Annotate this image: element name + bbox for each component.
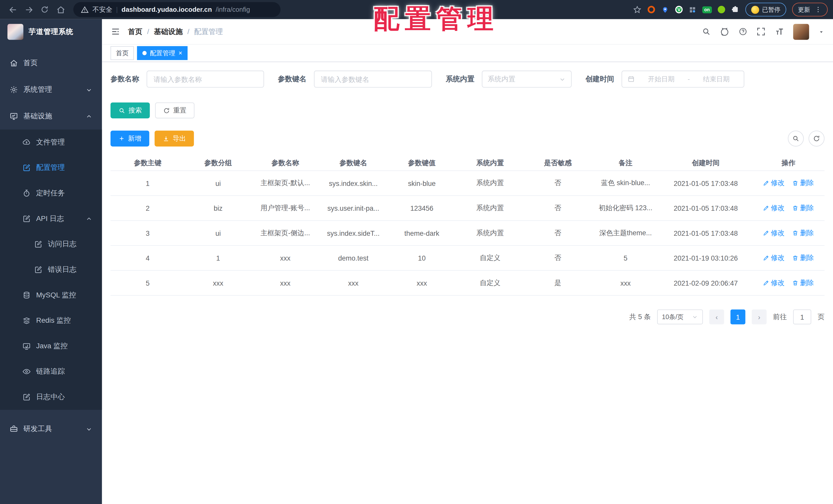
prev-page-button[interactable]: ‹ [709,309,724,324]
github-icon[interactable] [720,27,729,36]
cloud-upload-icon [22,138,31,147]
column-header: 系统内置 [456,158,524,168]
chevron-down-icon [692,314,698,320]
browser-home-button[interactable] [53,2,68,17]
delete-link[interactable]: 删除 [792,178,814,188]
goto-page-input[interactable] [793,309,811,324]
cell-name: xxx [251,254,319,262]
sidebar-item-tracing[interactable]: 链路追踪 [0,359,102,384]
url-host: dashboard.yudao.iocoder.cn [122,6,212,13]
param-name-input[interactable] [147,71,264,87]
edit-link[interactable]: 修改 [763,278,785,288]
edit-link[interactable]: 修改 [763,178,785,188]
breadcrumb-home[interactable]: 首页 [128,27,142,36]
paused-label: 已暂停 [762,6,781,14]
add-button[interactable]: 新增 [111,131,149,147]
column-header: 备注 [592,158,660,168]
cell-key: sys.index.skin... [319,179,387,187]
edit-link[interactable]: 修改 [763,253,785,262]
trash-icon [792,230,799,236]
cell-sensitive: 否 [524,228,592,238]
extension-leaf-icon[interactable] [718,6,725,13]
app-logo[interactable]: 芋道管理系统 [0,19,102,45]
sidebar-item-api-logs[interactable]: API 日志 [0,206,102,231]
sidebar-item-config-management[interactable]: 配置管理 [0,155,102,180]
tab-home[interactable]: 首页 [111,46,134,60]
browser-forward-button[interactable] [21,2,36,17]
main-area: 首页 / 基础设施 / 配置管理 首页 [102,19,833,504]
avatar-caret-down-icon[interactable] [818,28,825,35]
extensions-puzzle-icon[interactable] [731,5,739,14]
reset-button[interactable]: 重置 [155,103,194,118]
extension-on-badge-icon[interactable]: on [703,6,712,13]
help-icon[interactable] [739,27,747,36]
reset-button-label: 重置 [173,106,187,115]
sidebar-item-error-logs[interactable]: 错误日志 [0,257,102,282]
table-row[interactable]: 5 xxx xxx xxx xxx 自定义 是 xxx 2021-02-09 2… [111,271,825,296]
refresh-table-button[interactable] [809,131,825,147]
close-tab-icon[interactable]: × [178,50,183,56]
breadcrumb-separator: / [187,28,189,35]
sidebar-item-file-management[interactable]: 文件管理 [0,130,102,155]
browser-back-button[interactable] [5,2,20,17]
search-icon[interactable] [702,27,711,36]
sidebar-item-mysql-monitor[interactable]: MySQL 监控 [0,282,102,308]
bookmark-star-icon[interactable] [633,5,642,14]
tab-config-management[interactable]: 配置管理 × [137,46,188,60]
paused-extension-pill[interactable]: 已暂停 [745,3,786,16]
breadcrumb-separator: / [147,28,149,35]
fullscreen-icon[interactable] [757,27,765,36]
param-key-input[interactable] [314,71,432,87]
config-table: 参数主键 参数分组 参数名称 参数键名 参数键值 系统内置 是否敏感 备注 创建… [111,155,825,296]
chevron-down-icon [86,426,92,432]
extension-orange-icon[interactable] [648,6,655,13]
search-button[interactable]: 搜索 [111,103,150,118]
next-page-button[interactable]: › [752,309,766,324]
font-size-icon[interactable] [775,27,784,36]
builtin-type-select[interactable]: 系统内置 [482,71,572,87]
sidebar-item-access-logs[interactable]: 访问日志 [0,231,102,257]
cell-group: ui [185,179,251,187]
update-browser-button[interactable]: 更新 [792,3,828,16]
sidebar-item-redis-monitor[interactable]: Redis 监控 [0,308,102,333]
kebab-menu-icon[interactable] [814,6,822,13]
table-row[interactable]: 4 1 xxx demo.test 10 自定义 否 5 2021-01-19 … [111,246,825,271]
address-bar[interactable]: 不安全 | dashboard.yudao.iocoder.cn/infra/c… [73,2,281,17]
browser-reload-button[interactable] [37,2,52,17]
delete-link[interactable]: 删除 [792,203,814,213]
user-avatar[interactable] [793,24,809,40]
select-placeholder: 系统内置 [488,74,559,84]
create-time-range-picker[interactable]: 开始日期 - 结束日期 [622,71,744,87]
search-button-label: 搜索 [128,106,142,115]
table-row[interactable]: 3 ui 主框架页-侧边... sys.index.sideT... theme… [111,221,825,246]
sidebar-item-scheduled-tasks[interactable]: 定时任务 [0,180,102,206]
sidebar-item-infrastructure[interactable]: 基础设施 [0,103,102,130]
table-row[interactable]: 1 ui 主框架页-默认... sys.index.skin... skin-b… [111,171,825,196]
delete-link[interactable]: 删除 [792,253,814,262]
page-1-button[interactable]: 1 [730,309,745,324]
delete-link[interactable]: 删除 [792,278,814,288]
edit-link[interactable]: 修改 [763,228,785,238]
export-button[interactable]: 导出 [154,131,194,147]
goto-label: 前往 [773,312,787,322]
cell-remark: 初始化密码 123... [592,203,660,213]
trash-icon [792,280,799,286]
extension-pin-icon[interactable] [661,5,669,14]
sidebar-item-dev-tools[interactable]: 研发工具 [0,415,102,443]
table-row[interactable]: 2 biz 用户管理-账号... sys.user.init-pa... 123… [111,196,825,221]
breadcrumb-infrastructure[interactable]: 基础设施 [154,27,183,36]
sidebar-item-system-management[interactable]: 系统管理 [0,76,102,103]
redis-stack-icon [22,316,31,325]
download-icon [163,135,169,142]
extension-v-icon[interactable]: V [675,6,683,13]
sidebar: 芋道管理系统 首页 系统管理 基础设施 [0,19,102,504]
page-size-select[interactable]: 10条/页 [657,309,703,324]
edit-link[interactable]: 修改 [763,203,785,213]
collapse-sidebar-icon[interactable] [111,27,121,36]
sidebar-item-home[interactable]: 首页 [0,50,102,76]
sidebar-item-java-monitor[interactable]: Java 监控 [0,333,102,359]
delete-link[interactable]: 删除 [792,228,814,238]
toggle-search-button[interactable] [788,131,804,147]
sidebar-item-log-center[interactable]: 日志中心 [0,384,102,410]
extension-grid-icon[interactable] [689,6,697,14]
